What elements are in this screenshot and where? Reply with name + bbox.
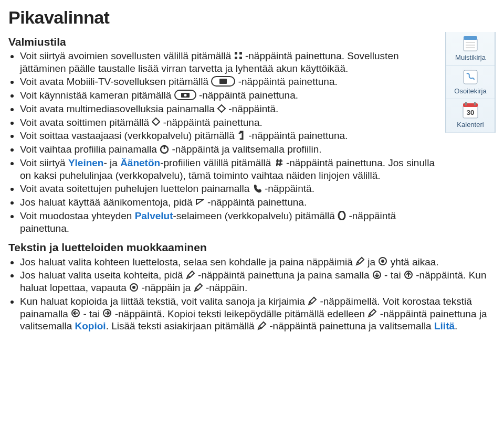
key-0-icon (338, 211, 346, 220)
pen-key-icon (355, 256, 365, 266)
list-item: Jos haluat valita useita kohteita, pidä … (20, 269, 496, 294)
calendar-icon: 30 (461, 102, 479, 119)
multimedia-key-icon (217, 104, 226, 113)
nav-right-icon (102, 308, 112, 318)
list-item: Voit soittaa vastaajaasi (verkkopalvelu)… (20, 130, 441, 142)
section2-list: Jos haluat valita kohteen luettelosta, s… (8, 256, 496, 333)
nav-centre-icon (378, 256, 387, 266)
list-item: Voit käynnistää kameran pitämällä -näppä… (20, 89, 441, 102)
list-item: Jos haluat valita kohteen luettelosta, s… (20, 256, 496, 269)
pen-key-icon (308, 296, 317, 306)
nav-up-icon (404, 270, 413, 280)
nav-left-icon (71, 308, 80, 318)
section2-heading: Tekstin ja luetteloiden muokkaaminen (8, 241, 496, 254)
key-1-icon (237, 131, 246, 140)
hash-key-icon (274, 158, 284, 167)
svg-text:30: 30 (467, 109, 474, 116)
list-item: Voit avata Mobiili-TV-sovelluksen pitämä… (20, 76, 441, 88)
list-item: Voit avata soitettujen puhelujen luettel… (20, 183, 441, 195)
link-palvelut[interactable]: Palvelut (135, 210, 173, 221)
sidebar: Muistikirja Osoitekirja 30 Kalenteri (445, 32, 496, 133)
list-item: Voit siirtyä avoimien sovellusten välill… (20, 50, 441, 75)
section1-heading: Valmiustila (8, 35, 441, 49)
page-title: Pikavalinnat (8, 6, 496, 29)
pen-key-icon (194, 283, 203, 292)
softkey-icon (195, 198, 205, 206)
nav-down-icon (372, 270, 382, 280)
sidebar-item-osoitekirja[interactable]: Osoitekirja (446, 66, 495, 99)
list-item: Voit avata multimediasovelluksia painama… (20, 103, 441, 115)
pen-key-icon (257, 321, 267, 330)
sidebar-item-kalenteri[interactable]: 30 Kalenteri (446, 99, 495, 133)
link-liita[interactable]: Liitä (434, 320, 455, 331)
call-key-icon (253, 184, 262, 193)
section1-list: Voit siirtyä avoimien sovellusten välill… (8, 50, 441, 235)
list-item: Voit vaihtaa profiilia painamalla -näppä… (20, 143, 441, 156)
camera-key-icon (174, 90, 196, 100)
notes-icon (461, 35, 479, 52)
power-key-icon (160, 144, 169, 154)
multimedia-key-icon (152, 117, 160, 126)
list-item: Jos haluat käyttää äänikomentoja, pidä -… (20, 196, 441, 209)
pen-key-icon (368, 308, 377, 318)
link-yleinen[interactable]: Yleinen (68, 157, 104, 168)
pen-key-icon (186, 270, 195, 280)
apps-key-icon (234, 51, 243, 60)
list-item: Voit siirtyä Yleinen- ja Äänetön-profiil… (20, 157, 441, 182)
list-item: Voit muodostaa yhteyden Palvelut-selaime… (20, 210, 441, 235)
contacts-icon (461, 69, 479, 85)
link-kopioi[interactable]: Kopioi (75, 320, 106, 331)
sidebar-item-muistikirja[interactable]: Muistikirja (446, 32, 495, 66)
list-item: Voit avata soittimen pitämällä -näppäint… (20, 116, 441, 129)
nav-centre-icon (129, 283, 139, 292)
tv-key-icon (211, 76, 235, 87)
list-item: Kun haluat kopioida ja liittää tekstiä, … (20, 295, 496, 332)
link-aaneton[interactable]: Äänetön (120, 157, 160, 168)
